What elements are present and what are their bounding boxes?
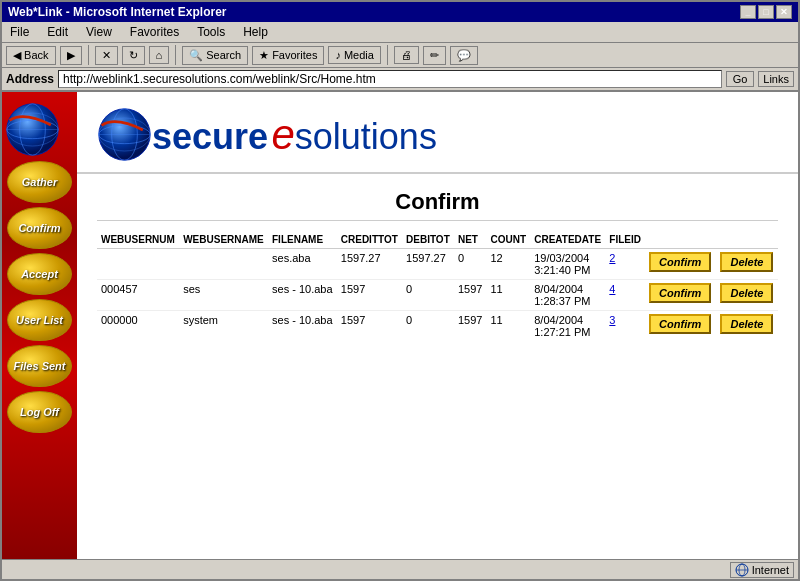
cell-net-1: 1597 (454, 280, 487, 311)
media-button[interactable]: ♪ Media (328, 46, 381, 64)
go-button[interactable]: Go (726, 71, 755, 87)
col-header-webusername: WEBUSERNAME (179, 231, 268, 249)
menu-tools[interactable]: Tools (193, 24, 229, 40)
cell-createdate-2: 8/04/20041:27:21 PM (530, 311, 605, 342)
cell-debitot-2: 0 (402, 311, 454, 342)
sidebar-item-user-list[interactable]: User List (7, 299, 72, 341)
menu-file[interactable]: File (6, 24, 33, 40)
col-header-actions (645, 231, 778, 249)
cell-fileid-1: 4 (605, 280, 645, 311)
edit-button[interactable]: ✏ (423, 46, 446, 65)
cell-webusername-0 (179, 249, 268, 280)
confirm-button-2[interactable]: Confirm (649, 314, 711, 334)
col-header-credittot: CREDITTOT (337, 231, 402, 249)
confirm-button-0[interactable]: Confirm (649, 252, 711, 272)
col-header-webusernum: WEBUSERNUM (97, 231, 179, 249)
favorites-button[interactable]: ★ Favorites (252, 46, 324, 65)
sidebar-item-files-sent[interactable]: Files Sent (7, 345, 72, 387)
col-header-net: NET (454, 231, 487, 249)
cell-actions-1: Confirm Delete (645, 280, 778, 311)
window-controls: _ □ ✕ (740, 5, 792, 19)
logo-text-area: secure esolutions (152, 111, 437, 159)
cell-debitot-1: 0 (402, 280, 454, 311)
print-button[interactable]: 🖨 (394, 46, 419, 64)
cell-webusernum-2: 000000 (97, 311, 179, 342)
cell-net-0: 0 (454, 249, 487, 280)
confirm-button-1[interactable]: Confirm (649, 283, 711, 303)
home-button[interactable]: ⌂ (149, 46, 170, 64)
col-header-debitot: DEBITOT (402, 231, 454, 249)
cell-fileid-2: 3 (605, 311, 645, 342)
col-header-fileid: FILEID (605, 231, 645, 249)
delete-button-0[interactable]: Delete (720, 252, 773, 272)
links-button[interactable]: Links (758, 71, 794, 87)
delete-button-1[interactable]: Delete (720, 283, 773, 303)
browser-window: Web*Link - Microsoft Internet Explorer _… (0, 0, 800, 581)
stop-button[interactable]: ✕ (95, 46, 118, 65)
status-zone: Internet (730, 562, 794, 578)
menu-edit[interactable]: Edit (43, 24, 72, 40)
address-bar: Address Go Links (2, 68, 798, 92)
close-button[interactable]: ✕ (776, 5, 792, 19)
cell-net-2: 1597 (454, 311, 487, 342)
cell-count-2: 11 (487, 311, 531, 342)
cell-filename-1: ses - 10.aba (268, 280, 337, 311)
internet-icon (735, 563, 749, 577)
menu-help[interactable]: Help (239, 24, 272, 40)
back-button[interactable]: ◀ Back (6, 46, 56, 65)
maximize-button[interactable]: □ (758, 5, 774, 19)
page-title: Confirm (97, 189, 778, 215)
cell-fileid-0: 2 (605, 249, 645, 280)
address-input[interactable] (58, 70, 722, 88)
search-button[interactable]: 🔍 Search (182, 46, 248, 65)
logo-secure: secure (152, 116, 268, 157)
cell-credittot-2: 1597 (337, 311, 402, 342)
fileid-link-0[interactable]: 2 (609, 252, 615, 264)
cell-webusername-1: ses (179, 280, 268, 311)
logo-area: secure esolutions (77, 92, 798, 174)
forward-button[interactable]: ▶ (60, 46, 82, 65)
cell-count-0: 12 (487, 249, 531, 280)
sidebar: Gather Confirm Accept User List Files Se… (2, 92, 77, 559)
fileid-link-2[interactable]: 3 (609, 314, 615, 326)
cell-credittot-0: 1597.27 (337, 249, 402, 280)
menu-favorites[interactable]: Favorites (126, 24, 183, 40)
cell-webusernum-1: 000457 (97, 280, 179, 311)
cell-webusername-2: system (179, 311, 268, 342)
refresh-button[interactable]: ↻ (122, 46, 145, 65)
col-header-createdate: CREATEDATE (530, 231, 605, 249)
toolbar: ◀ Back ▶ ✕ ↻ ⌂ 🔍 Search ★ Favorites ♪ Me… (2, 43, 798, 68)
toolbar-sep2 (175, 45, 176, 65)
cell-createdate-0: 19/03/20043:21:40 PM (530, 249, 605, 280)
table-row: 000457 ses ses - 10.aba 1597 0 1597 11 8… (97, 280, 778, 311)
cell-webusernum-0 (97, 249, 179, 280)
delete-button-2[interactable]: Delete (720, 314, 773, 334)
content-area: Gather Confirm Accept User List Files Se… (2, 92, 798, 559)
cell-filename-2: ses - 10.aba (268, 311, 337, 342)
table-row: 000000 system ses - 10.aba 1597 0 1597 1… (97, 311, 778, 342)
sidebar-item-accept[interactable]: Accept (7, 253, 72, 295)
cell-filename-0: ses.aba (268, 249, 337, 280)
col-header-count: COUNT (487, 231, 531, 249)
menu-view[interactable]: View (82, 24, 116, 40)
sidebar-item-log-off[interactable]: Log Off (7, 391, 72, 433)
cell-count-1: 11 (487, 280, 531, 311)
address-label: Address (6, 72, 54, 86)
minimize-button[interactable]: _ (740, 5, 756, 19)
cell-actions-0: Confirm Delete (645, 249, 778, 280)
logo-e: e (271, 111, 294, 158)
data-table: WEBUSERNUM WEBUSERNAME FILENAME CREDITTO… (97, 231, 778, 341)
cell-actions-2: Confirm Delete (645, 311, 778, 342)
table-area: WEBUSERNUM WEBUSERNAME FILENAME CREDITTO… (77, 221, 798, 351)
discuss-button[interactable]: 💬 (450, 46, 478, 65)
status-bar: Internet (2, 559, 798, 579)
sidebar-item-gather[interactable]: Gather (7, 161, 72, 203)
cell-createdate-1: 8/04/20041:28:37 PM (530, 280, 605, 311)
table-row: ses.aba 1597.27 1597.27 0 12 19/03/20043… (97, 249, 778, 280)
sidebar-item-confirm[interactable]: Confirm (7, 207, 72, 249)
header-globe-icon (97, 107, 152, 162)
table-header-row: WEBUSERNUM WEBUSERNAME FILENAME CREDITTO… (97, 231, 778, 249)
fileid-link-1[interactable]: 4 (609, 283, 615, 295)
cell-debitot-0: 1597.27 (402, 249, 454, 280)
window-title: Web*Link - Microsoft Internet Explorer (8, 5, 226, 19)
